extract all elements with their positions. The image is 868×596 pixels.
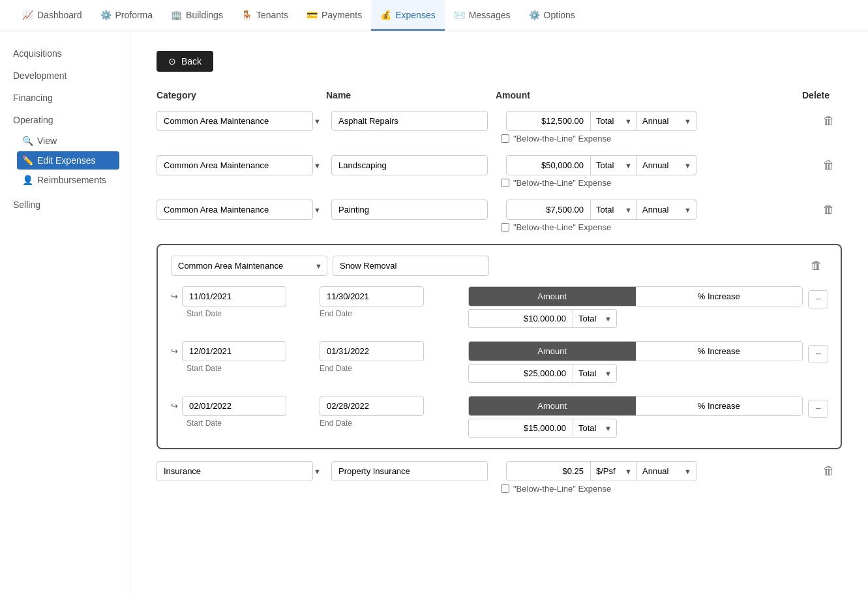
sidebar-development[interactable]: Development <box>10 67 119 85</box>
snow-total-select-2[interactable]: Total$/Psf <box>573 364 617 383</box>
buildings-icon: 🏢 <box>171 10 182 20</box>
snow-category-wrap: Common Area Maintenance Insurance ▼ <box>171 256 327 276</box>
category-select-1[interactable]: Common Area Maintenance Insurance <box>157 111 313 131</box>
amount-type-wrap-3: Total$/Psf$/Unit ▼ <box>591 200 637 220</box>
amount-wrap-3: Total$/Psf$/Unit ▼ AnnualMonthlyQuarterl… <box>506 200 811 220</box>
sidebar-view[interactable]: 🔍 View <box>17 132 119 150</box>
snow-name-input[interactable] <box>333 256 489 276</box>
table-header: Category Name Amount Delete <box>157 90 842 104</box>
snow-minus-btn-3[interactable]: − <box>808 400 828 418</box>
insurance-freq-wrap: AnnualMonthlyQuarterly ▼ <box>637 461 696 481</box>
btl-checkbox-1[interactable] <box>501 134 509 143</box>
snow-start-input-1[interactable] <box>182 286 286 306</box>
options-icon: ⚙️ <box>529 10 540 20</box>
amount-tab-active-2[interactable]: Amount <box>469 342 636 361</box>
sidebar-financing[interactable]: Financing <box>10 89 119 107</box>
back-icon: ⊙ <box>168 56 176 67</box>
sidebar-operating[interactable]: Operating <box>10 111 119 129</box>
nav-messages[interactable]: ✉️ Messages <box>445 0 520 31</box>
snow-minus-btn-2[interactable]: − <box>808 345 828 363</box>
delete-btn-3[interactable]: 🗑 <box>816 200 842 219</box>
insurance-type-select[interactable]: $/PsfTotal$/Unit <box>591 461 637 481</box>
sidebar-reimbursements[interactable]: 👤 Reimbursements <box>17 171 119 189</box>
snow-delete-btn[interactable]: 🗑 <box>805 256 828 275</box>
freq-select-1[interactable]: AnnualMonthlyQuarterly <box>637 111 696 131</box>
freq-wrap-2: AnnualMonthlyQuarterly ▼ <box>637 155 696 175</box>
start-date-label-3: Start Date <box>171 419 314 428</box>
snow-total-select-3[interactable]: Total$/Psf <box>573 419 617 438</box>
header-delete: Delete <box>790 90 842 100</box>
nav-tenants[interactable]: 🪑 Tenants <box>232 0 297 31</box>
category-chevron-3: ▼ <box>314 206 321 214</box>
amount-tab-active-1[interactable]: Amount <box>469 287 636 306</box>
snow-date-row-3: ↪ Start Date End Date Amount % Increase <box>171 396 828 438</box>
insurance-category-select[interactable]: Insurance Common Area Maintenance <box>157 461 313 481</box>
category-select-3[interactable]: Common Area Maintenance Insurance <box>157 200 313 220</box>
category-select-wrap-2: Common Area Maintenance Insurance ▼ <box>157 155 326 175</box>
expense-row-landscaping: Common Area Maintenance Insurance ▼ Tota… <box>157 155 842 188</box>
amount-tab-active-3[interactable]: Amount <box>469 396 636 415</box>
btl-label-2[interactable]: "Below-the-Line" Expense <box>501 178 611 188</box>
snow-total-select-1[interactable]: Total$/Psf <box>573 309 617 328</box>
amount-input-1[interactable] <box>506 111 591 131</box>
snow-end-input-1[interactable] <box>320 286 424 306</box>
nav-proforma[interactable]: ⚙️ Proforma <box>91 0 162 31</box>
snow-amount-input-2[interactable] <box>468 364 573 383</box>
snow-end-input-2[interactable] <box>320 341 424 361</box>
freq-select-3[interactable]: AnnualMonthlyQuarterly <box>637 200 696 220</box>
delete-btn-2[interactable]: 🗑 <box>816 156 842 175</box>
expenses-icon: 💰 <box>380 10 391 20</box>
insurance-name-input[interactable] <box>331 461 488 481</box>
snow-category-select[interactable]: Common Area Maintenance Insurance <box>171 256 327 276</box>
name-input-3[interactable] <box>331 200 488 220</box>
sidebar-selling[interactable]: Selling <box>10 196 119 214</box>
nav-dashboard[interactable]: 📈 Dashboard <box>13 0 91 31</box>
amount-input-3[interactable] <box>506 200 591 220</box>
snow-end-input-3[interactable] <box>320 396 424 416</box>
freq-select-2[interactable]: AnnualMonthlyQuarterly <box>637 155 696 175</box>
amount-type-select-2[interactable]: Total$/Psf$/Unit <box>591 155 637 175</box>
snow-amount-input-1[interactable] <box>468 309 573 328</box>
name-input-2[interactable] <box>331 155 488 175</box>
pct-tab-3[interactable]: % Increase <box>636 396 803 415</box>
btl-label-insurance[interactable]: "Below-the-Line" Expense <box>501 484 611 494</box>
amount-type-select-1[interactable]: Total$/Psf$/Unit <box>591 111 637 131</box>
pct-tab-1[interactable]: % Increase <box>636 287 803 306</box>
end-date-label-1: End Date <box>320 309 463 318</box>
header-name: Name <box>326 90 496 100</box>
snow-minus-btn-1[interactable]: − <box>808 290 828 308</box>
snow-start-input-3[interactable] <box>182 396 286 416</box>
sidebar-edit-expenses-label: Edit Expenses <box>37 155 96 166</box>
btl-checkbox-3[interactable] <box>501 223 509 231</box>
btl-checkbox-insurance[interactable] <box>501 484 509 493</box>
sidebar-acquisitions[interactable]: Acquisitions <box>10 44 119 63</box>
snow-end-wrap-3: End Date <box>320 396 463 428</box>
nav-options[interactable]: ⚙️ Options <box>520 0 584 31</box>
snow-amount-input-3[interactable] <box>468 419 573 438</box>
nav-payments[interactable]: 💳 Payments <box>297 0 371 31</box>
main-content: ⊙ Back Category Name Amount Delete Commo… <box>130 31 868 596</box>
nav-buildings[interactable]: 🏢 Buildings <box>162 0 232 31</box>
sidebar-edit-expenses[interactable]: ✏️ Edit Expenses <box>17 151 119 170</box>
insurance-amount-input[interactable] <box>506 461 591 481</box>
amount-type-select-3[interactable]: Total$/Psf$/Unit <box>591 200 637 220</box>
freq-wrap-1: AnnualMonthlyQuarterly ▼ <box>637 111 696 131</box>
btl-label-1[interactable]: "Below-the-Line" Expense <box>501 134 611 143</box>
snow-start-input-2[interactable] <box>182 341 286 361</box>
arrow-icon-3: ↪ <box>171 401 178 411</box>
btl-checkbox-2[interactable] <box>501 179 509 187</box>
category-select-2[interactable]: Common Area Maintenance Insurance <box>157 155 313 175</box>
btl-text-3: "Below-the-Line" Expense <box>513 222 611 232</box>
insurance-delete-btn[interactable]: 🗑 <box>816 462 842 481</box>
amount-input-2[interactable] <box>506 155 591 175</box>
category-chevron-2: ▼ <box>314 162 321 170</box>
btl-label-3[interactable]: "Below-the-Line" Expense <box>501 222 611 232</box>
name-input-1[interactable] <box>331 111 488 131</box>
pct-tab-2[interactable]: % Increase <box>636 342 803 361</box>
nav-expenses[interactable]: 💰 Expenses <box>371 0 444 31</box>
back-button[interactable]: ⊙ Back <box>157 51 213 72</box>
insurance-freq-select[interactable]: AnnualMonthlyQuarterly <box>637 461 696 481</box>
delete-btn-1[interactable]: 🗑 <box>816 112 842 130</box>
insurance-type-wrap: $/PsfTotal$/Unit ▼ <box>591 461 637 481</box>
snow-date-row-2: ↪ Start Date End Date Amount % Increase <box>171 341 828 383</box>
